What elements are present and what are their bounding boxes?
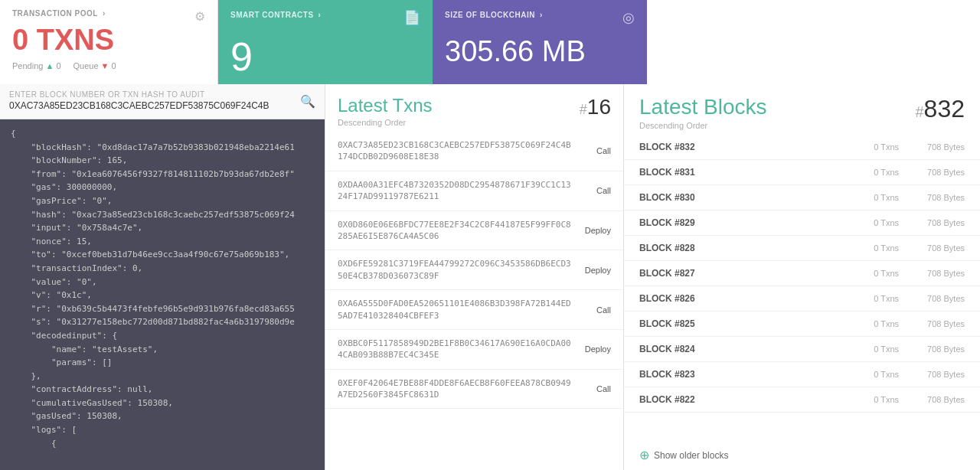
block-label: BLOCK #823 <box>639 369 853 380</box>
block-label: BLOCK #828 <box>639 243 853 253</box>
block-txns: 0 Txns <box>853 370 899 379</box>
code-panel: { "blockHash": "0xd8dac17a7a7b52b9383b02… <box>0 119 325 470</box>
block-txns: 0 Txns <box>853 395 899 404</box>
block-label: BLOCK #830 <box>639 192 853 203</box>
main-layout: ENTER BLOCK NUMBER OR TXN HASH TO AUDIT … <box>0 84 980 470</box>
block-label: BLOCK #826 <box>639 293 853 304</box>
transaction-pool-panel: TRANSACTION POOL › ⚙ 0 TXNS Pending ▲ 0 … <box>0 0 218 84</box>
audit-bar: ENTER BLOCK NUMBER OR TXN HASH TO AUDIT … <box>0 84 325 119</box>
pending-up-icon: ▲ <box>45 61 54 70</box>
block-txns: 0 Txns <box>853 168 899 177</box>
block-txns: 0 Txns <box>853 294 899 303</box>
block-item[interactable]: BLOCK #832 0 Txns 708 Bytes <box>624 135 980 160</box>
block-label: BLOCK #832 <box>639 142 853 152</box>
blockchain-size-panel[interactable]: SIZE OF BLOCKCHAIN › ◎ 305.66 MB <box>433 0 647 84</box>
latest-txns-panel: Latest Txns Descending Order #16 0XAC73A… <box>325 84 624 470</box>
block-item[interactable]: BLOCK #826 0 Txns 708 Bytes <box>624 286 980 312</box>
block-label: BLOCK #825 <box>639 318 853 329</box>
block-txns: 0 Txns <box>853 269 899 278</box>
blockchain-info-icon: ◎ <box>622 9 635 26</box>
txn-type: Call <box>573 305 611 315</box>
show-older-label: Show older blocks <box>654 450 728 461</box>
block-label: BLOCK #822 <box>639 394 853 405</box>
block-label: BLOCK #827 <box>639 268 853 279</box>
txn-type: Call <box>573 384 611 393</box>
txn-list: 0XAC73A85ED23CB168C3CAEBC257EDF53875C069… <box>325 132 623 470</box>
block-size: 708 Bytes <box>911 193 965 202</box>
block-item[interactable]: BLOCK #825 0 Txns 708 Bytes <box>624 312 980 337</box>
blocks-list: BLOCK #832 0 Txns 708 Bytes BLOCK #831 0… <box>624 135 980 440</box>
block-size: 708 Bytes <box>911 319 965 328</box>
smart-contracts-panel[interactable]: SMART CONTRACTS › 📄 9 <box>218 0 433 84</box>
pending-queue: Pending ▲ 0 Queue ▼ 0 <box>12 61 205 70</box>
top-bar: TRANSACTION POOL › ⚙ 0 TXNS Pending ▲ 0 … <box>0 0 980 84</box>
block-size: 708 Bytes <box>911 294 965 303</box>
block-size: 708 Bytes <box>911 218 965 227</box>
txn-type: Call <box>573 146 611 155</box>
txn-item[interactable]: 0XA6A555D0FAD0EA520651101E4086B3D398FA72… <box>325 290 623 330</box>
blocks-number: #832 <box>915 95 965 123</box>
blockchain-label: SIZE OF BLOCKCHAIN › <box>445 11 543 19</box>
contracts-value: 9 <box>230 34 420 80</box>
search-button[interactable]: 🔍 <box>300 94 315 109</box>
settings-icon[interactable]: ⚙ <box>194 9 205 24</box>
txn-item[interactable]: 0XEF0F42064E7BE88F4DDE8F6AECB8F60FEEA878… <box>325 370 623 410</box>
txn-hash: 0XA6A555D0FAD0EA520651101E4086B3D398FA72… <box>338 298 573 321</box>
queue-down-icon: ▼ <box>101 61 109 70</box>
txn-item[interactable]: 0X0D860E06E6BFDC77EE8E2F34C2C8F44187E5F9… <box>325 211 623 251</box>
txn-value: 0 TXNS <box>12 24 205 57</box>
txn-type: Deploy <box>573 226 611 235</box>
txn-item[interactable]: 0XBBC0F5117858949D2BE1F8B0C34617A690E16A… <box>325 330 623 370</box>
block-label: BLOCK #829 <box>639 217 853 228</box>
contracts-chevron: › <box>318 11 322 19</box>
block-item[interactable]: BLOCK #830 0 Txns 708 Bytes <box>624 185 980 211</box>
block-size: 708 Bytes <box>911 370 965 379</box>
txn-item[interactable]: 0XAC73A85ED23CB168C3CAEBC257EDF53875C069… <box>325 132 623 171</box>
block-size: 708 Bytes <box>911 344 965 354</box>
block-label: BLOCK #831 <box>639 167 853 178</box>
block-item[interactable]: BLOCK #822 0 Txns 708 Bytes <box>624 387 980 413</box>
blocks-panel-header: Latest Blocks Descending Order #832 <box>624 84 980 135</box>
txn-item[interactable]: 0XDAA00A31EFC4B7320352D08DC2954878671F39… <box>325 171 623 211</box>
audit-label: ENTER BLOCK NUMBER OR TXN HASH TO AUDIT <box>9 90 297 99</box>
block-txns: 0 Txns <box>853 193 899 202</box>
block-item[interactable]: BLOCK #823 0 Txns 708 Bytes <box>624 362 980 387</box>
txns-panel-header: Latest Txns Descending Order #16 <box>325 84 623 132</box>
latest-blocks-panel: Latest Blocks Descending Order #832 BLOC… <box>624 84 980 470</box>
queue-label: Queue ▼ 0 <box>74 61 116 70</box>
block-txns: 0 Txns <box>853 243 899 253</box>
block-item[interactable]: BLOCK #831 0 Txns 708 Bytes <box>624 160 980 185</box>
audit-input-wrap: ENTER BLOCK NUMBER OR TXN HASH TO AUDIT <box>9 90 297 113</box>
txn-item[interactable]: 0XD6FE59281C3719FEA44799272C096C3453586D… <box>325 250 623 290</box>
txn-hash: 0XBBC0F5117858949D2BE1F8B0C34617A690E16A… <box>338 338 573 361</box>
audit-input[interactable] <box>9 99 297 113</box>
txn-type: Deploy <box>573 266 611 275</box>
block-item[interactable]: BLOCK #828 0 Txns 708 Bytes <box>624 236 980 261</box>
blocks-title: Latest Blocks <box>639 95 767 119</box>
block-item[interactable]: BLOCK #829 0 Txns 708 Bytes <box>624 211 980 236</box>
txn-hash: 0XD6FE59281C3719FEA44799272C096C3453586D… <box>338 258 573 282</box>
block-txns: 0 Txns <box>853 142 899 152</box>
txn-type: Deploy <box>573 344 611 354</box>
blocks-subtitle: Descending Order <box>639 121 767 130</box>
block-item[interactable]: BLOCK #827 0 Txns 708 Bytes <box>624 261 980 286</box>
block-size: 708 Bytes <box>911 395 965 404</box>
txns-title: Latest Txns <box>338 95 433 116</box>
txn-pool-chevron: › <box>103 9 106 18</box>
show-older-blocks[interactable]: ⊕ Show older blocks <box>624 440 980 470</box>
txn-hash: 0XDAA00A31EFC4B7320352D08DC2954878671F39… <box>338 179 573 203</box>
block-txns: 0 Txns <box>853 218 899 227</box>
block-size: 708 Bytes <box>911 243 965 253</box>
show-older-icon: ⊕ <box>639 448 649 462</box>
block-item[interactable]: BLOCK #824 0 Txns 708 Bytes <box>624 337 980 362</box>
contracts-document-icon: 📄 <box>403 9 420 26</box>
block-label: BLOCK #824 <box>639 344 853 354</box>
txn-type: Call <box>573 186 611 195</box>
block-size: 708 Bytes <box>911 269 965 278</box>
txn-hash: 0XEF0F42064E7BE88F4DDE8F6AECB8F60FEEA878… <box>338 377 573 401</box>
txn-pool-label: TRANSACTION POOL › <box>12 9 106 18</box>
txns-subtitle: Descending Order <box>338 118 433 127</box>
block-txns: 0 Txns <box>853 319 899 328</box>
left-panel: ENTER BLOCK NUMBER OR TXN HASH TO AUDIT … <box>0 84 325 470</box>
txn-hash: 0XAC73A85ED23CB168C3CAEBC257EDF53875C069… <box>338 139 573 163</box>
